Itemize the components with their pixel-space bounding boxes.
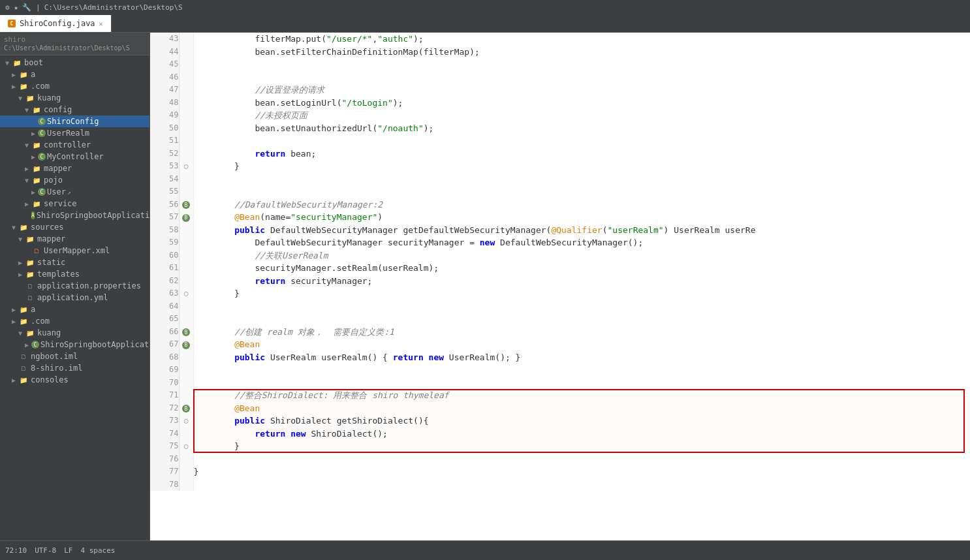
tab-bar: C ShiroConfig.java ✕ <box>0 14 970 33</box>
gutter-cell <box>179 236 193 249</box>
gutter-cell <box>179 46 193 59</box>
sidebar-item-boot[interactable]: ▼ 📁 boot <box>0 57 149 69</box>
gutter-cell <box>179 478 193 491</box>
line-number: 72 <box>150 402 179 415</box>
gutter-cell <box>179 224 193 237</box>
sidebar-item-test[interactable]: ▶ C ShiroSpringbootApplicationTest <box>0 339 149 350</box>
line-number: 54 <box>150 173 179 186</box>
sidebar-item-app-yml[interactable]: 🗋 application.yml <box>0 292 149 303</box>
line-number: 52 <box>150 148 179 161</box>
sidebar-item-pojo[interactable]: ▼ 📁 pojo <box>0 174 149 186</box>
sidebar-item-userrealm[interactable]: ▶ C UserRealm <box>0 127 149 139</box>
file-tree: ▼ 📁 boot ▶ 📁 a ▶ 📁 .com ▼ 📁 kuang <box>0 55 149 387</box>
source-line <box>193 134 970 148</box>
sidebar-label: User <box>47 187 66 196</box>
tab-shiroconfig[interactable]: C ShiroConfig.java ✕ <box>0 15 112 32</box>
line-number: 78 <box>150 478 179 491</box>
java-class-icon: C <box>38 188 46 196</box>
sidebar-item-mycontroller[interactable]: ▶ C MyController <box>0 151 149 163</box>
project-path: C:\Users\Administrator\Desktop\S <box>44 3 183 12</box>
sidebar-item-mapper2[interactable]: ▼ 📁 mapper <box>0 233 149 245</box>
expand-arrow: ▼ <box>16 95 25 102</box>
sidebar-item-usermapper-xml[interactable]: 🗋 UserMapper.xml <box>0 245 149 257</box>
sidebar-item-shirospringboot[interactable]: A ShiroSpringbootApplication <box>0 210 149 221</box>
top-bar: ⚙ ★ 🔧 | C:\Users\Administrator\Desktop\S <box>0 0 970 14</box>
gutter-cell <box>179 71 193 84</box>
folder-icon: 📁 <box>18 82 29 91</box>
sidebar-item-mapper[interactable]: ▶ 📁 mapper <box>0 163 149 174</box>
line-number: 57 <box>150 211 179 224</box>
table-row: 75○ } <box>150 440 970 453</box>
line-number: 51 <box>150 134 179 148</box>
gutter-cell <box>179 377 193 390</box>
java-file-icon: C <box>8 20 16 27</box>
sidebar-item-iml1[interactable]: 🗋 ngboot.iml <box>0 350 149 362</box>
fold-icon[interactable]: ○ <box>184 289 189 298</box>
java-class-icon: C <box>31 341 39 349</box>
gutter-cell <box>179 389 193 402</box>
code-editor[interactable]: 43 filterMap.put("/user/*","authc");44 b… <box>150 33 970 540</box>
tab-close-icon[interactable]: ✕ <box>99 20 103 27</box>
sidebar-item-controller[interactable]: ▼ 📁 controller <box>0 139 149 151</box>
main-area: shiro C:\Users\Administrator\Desktop\S ▼… <box>0 33 970 540</box>
sidebar-item-shiroconfig[interactable]: C ShiroConfig <box>0 116 149 127</box>
source-line: return new ShiroDialect(); <box>193 428 970 441</box>
table-row: 78 <box>150 478 970 491</box>
sidebar-item-iml2[interactable]: 🗋 8-shiro.iml <box>0 362 149 374</box>
folder-icon: 📁 <box>18 70 29 79</box>
expand-arrow: ▼ <box>16 330 25 337</box>
gutter-cell: B <box>179 402 193 415</box>
table-row: 47 //设置登录的请求 <box>150 84 970 97</box>
gutter-cell: B <box>179 338 193 351</box>
sidebar-item-kuang[interactable]: ▼ 📁 kuang <box>0 92 149 104</box>
source-line <box>193 300 970 313</box>
source-line <box>193 185 970 198</box>
sidebar-item-user[interactable]: ▶ C User ↗ <box>0 186 149 198</box>
sidebar-item-a2[interactable]: ▶ 📁 a <box>0 303 149 315</box>
sidebar-item-a[interactable]: ▶ 📁 a <box>0 69 149 80</box>
sidebar-item-service[interactable]: ▶ 📁 service <box>0 198 149 210</box>
fold-icon[interactable]: ○ <box>184 416 189 425</box>
sidebar-item-config[interactable]: ▼ 📁 config <box>0 104 149 116</box>
table-row: 45 <box>150 58 970 71</box>
folder-icon: 📁 <box>25 270 35 279</box>
java-class-icon: C <box>38 153 46 161</box>
fold-icon[interactable]: ○ <box>184 442 189 450</box>
expand-arrow: ▶ <box>22 200 31 208</box>
sidebar-item-sources[interactable]: ▼ 📁 sources <box>0 221 149 233</box>
sidebar-label: service <box>44 199 77 208</box>
sidebar-label: MyController <box>47 152 104 161</box>
line-sep: LF <box>64 546 72 555</box>
gutter-cell: B <box>179 198 193 211</box>
expand-arrow: ▼ <box>22 177 31 184</box>
line-number: 64 <box>150 300 179 313</box>
sidebar-label: static <box>37 258 65 267</box>
line-number: 69 <box>150 364 179 377</box>
gutter-cell <box>179 58 193 71</box>
sidebar-item-static[interactable]: ▶ 📁 static <box>0 257 149 268</box>
gutter-cell: ○ <box>179 414 193 428</box>
line-number: 70 <box>150 377 179 390</box>
line-number: 43 <box>150 33 179 46</box>
source-line: //关联UserRealm <box>193 249 970 262</box>
sidebar-item-com[interactable]: ▶ 📁 .com <box>0 80 149 92</box>
sidebar-item-com2[interactable]: ▶ 📁 .com <box>0 315 149 327</box>
project-name: shiro <box>4 35 25 44</box>
line-number: 68 <box>150 351 179 364</box>
gutter-cell <box>179 122 193 135</box>
sidebar-item-kuang2[interactable]: ▼ 📁 kuang <box>0 327 149 339</box>
line-number: 60 <box>150 249 179 262</box>
sidebar-item-templates[interactable]: ▶ 📁 templates <box>0 268 149 280</box>
table-row: 70 <box>150 377 970 390</box>
sidebar-label: UserMapper.xml <box>44 246 110 255</box>
fold-icon[interactable]: ○ <box>184 162 189 170</box>
sidebar-item-consoles[interactable]: ▶ 📁 consoles <box>0 374 149 386</box>
line-number: 73 <box>150 414 179 428</box>
table-row: 53○ } <box>150 160 970 173</box>
expand-arrow: ▶ <box>9 306 18 313</box>
sidebar-item-app-props[interactable]: 🗋 application.properties <box>0 280 149 292</box>
table-row: 64 <box>150 300 970 313</box>
gutter-cell <box>179 453 193 466</box>
line-number: 67 <box>150 338 179 351</box>
folder-icon: 📁 <box>18 305 29 314</box>
